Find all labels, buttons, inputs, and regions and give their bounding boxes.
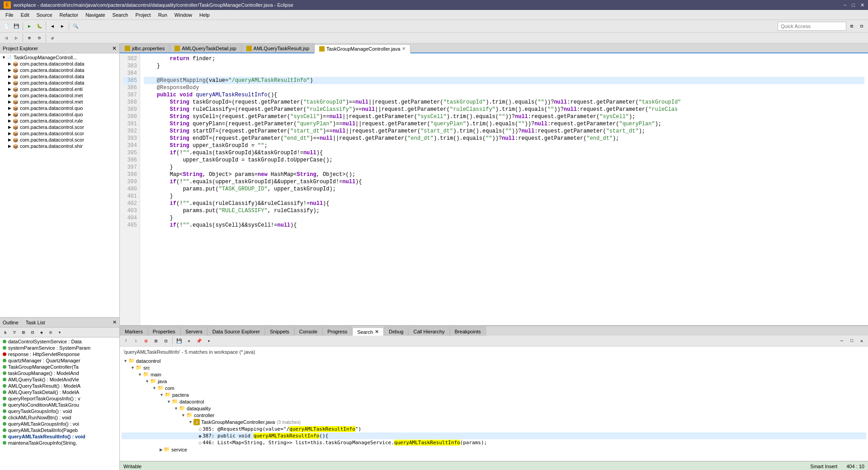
save-button[interactable]: 💾 — [12, 22, 21, 31]
tab-snippets[interactable]: Snippets — [265, 327, 294, 336]
outline-item-14[interactable]: queryAMLTaskDetailInfo(Pageb — [1, 427, 118, 433]
outline-item-3[interactable]: quartzManager : QuartzManager — [1, 357, 118, 364]
search-button[interactable]: 🔍 — [71, 22, 80, 31]
tab-servers[interactable]: Servers — [180, 327, 208, 336]
tab-debug[interactable]: Debug — [384, 327, 408, 336]
run-button[interactable]: ▶ — [25, 22, 34, 31]
search-expand-button[interactable]: ⊞ — [151, 337, 160, 346]
new-button[interactable]: 📄 — [2, 22, 11, 31]
outline-filter[interactable]: ▽ — [10, 328, 19, 337]
tree-pkg-4[interactable]: ▶ 📦 com.pactera.datacontrol.data — [1, 80, 118, 86]
search-results[interactable]: 'queryAMLTaskResultInfo' - 5 matches in … — [120, 347, 868, 461]
outline-item-12[interactable]: clickAMLRunNowBtn() : void — [1, 414, 118, 421]
outline-item-7[interactable]: AMLQueryTaskResult() : ModelA — [1, 383, 118, 389]
search-pin-button[interactable]: 📌 — [194, 337, 203, 346]
tab-data-source[interactable]: Data Source Explorer — [208, 327, 265, 336]
outline-item-6[interactable]: AMLQueryTask() : ModelAndVie — [1, 376, 118, 383]
outline-close[interactable]: ✕ — [113, 319, 117, 325]
menu-run[interactable]: Run — [155, 11, 171, 19]
tree-pkg-8[interactable]: ▶ 📦 com.pactera.datacontrol.quo — [1, 105, 118, 111]
menu-search[interactable]: Search — [109, 11, 132, 19]
tab-call-hierarchy[interactable]: Call Hierarchy — [408, 327, 449, 336]
outline-item-2[interactable]: response : HttpServletResponse — [1, 351, 118, 357]
tree-pkg-5[interactable]: ▶ 📦 com.pactera.datacontrol.enti — [1, 86, 118, 92]
outline-item-0[interactable]: dataControlSystemService : Data — [1, 338, 118, 345]
tree-pkg-9[interactable]: ▶ 📦 com.pactera.datacontrol.quo — [1, 111, 118, 118]
tree-pkg-3[interactable]: ▶ 📦 com.pactera.datacontrol.data — [1, 73, 118, 80]
project-tree[interactable]: ▼ 📄 TaskGroupManageControll... ▶ 📦 com.p… — [0, 53, 119, 317]
menu-file[interactable]: File — [2, 11, 17, 19]
search-tree-com[interactable]: ▼ 📁 com — [122, 385, 866, 391]
tab-console[interactable]: Console — [294, 327, 322, 336]
tab-jdbc[interactable]: jdbc.properties — [120, 43, 170, 52]
tree-pkg-14[interactable]: ▶ 📦 com.pactera.datacontrol.shir — [1, 143, 118, 149]
tab-aml-result[interactable]: AMLQueryTaskResult.jsp — [241, 43, 315, 52]
tab-controller[interactable]: TaskGroupManageController.java ✕ — [314, 44, 410, 53]
search-tree-controller[interactable]: ▼ 📁 controller — [122, 412, 866, 418]
next-edit-button[interactable]: ▷ — [12, 33, 21, 43]
outline-item-16[interactable]: maintenaTaskGroupInfo(String, — [1, 440, 118, 446]
menu-edit[interactable]: Edit — [17, 11, 33, 19]
search-save-button[interactable]: 💾 — [175, 337, 184, 346]
outline-item-8[interactable]: AMLQueryTaskDetail() : ModelA — [1, 389, 118, 395]
min-button[interactable]: — — [837, 337, 846, 346]
outline-expand[interactable]: ⊞ — [19, 328, 28, 337]
tree-pkg-6[interactable]: ▶ 📦 com.pactera.datacontrol.met — [1, 92, 118, 99]
outline-item-1[interactable]: systemParamService : SystemParam — [1, 345, 118, 351]
debug-button[interactable]: 🐛 — [35, 22, 44, 31]
minimize-button[interactable]: − — [844, 2, 846, 8]
close-panel-button[interactable]: ✕ — [857, 337, 866, 346]
project-explorer-close[interactable]: ✕ — [112, 45, 117, 52]
collapse-button[interactable]: ⊖ — [35, 33, 44, 43]
quick-access-input[interactable] — [778, 22, 846, 31]
outline-item-9[interactable]: queryReportTaskGroupsInfo() : v — [1, 395, 118, 402]
search-match-3[interactable]: ◇ 446: List<Map<String, String>> list=th… — [122, 439, 866, 446]
menu-help[interactable]: Help — [196, 11, 213, 19]
tab-search[interactable]: Search ✕ — [352, 328, 384, 337]
search-collapse-button[interactable]: ⊟ — [161, 337, 170, 346]
tree-pkg-12[interactable]: ▶ 📦 com.pactera.datacontrol.scor — [1, 130, 118, 137]
search-tree-dataquality[interactable]: ▼ 📁 dataquality — [122, 405, 866, 412]
menu-source[interactable]: Source — [33, 11, 56, 19]
tab-markers[interactable]: Markers — [120, 327, 148, 336]
outline-item-5[interactable]: taskGroupManage() : ModelAnd — [1, 370, 118, 376]
menu-window[interactable]: Window — [171, 11, 196, 19]
menu-project[interactable]: Project — [132, 11, 154, 19]
tree-pkg-11[interactable]: ▶ 📦 com.pactera.datacontrol.scor — [1, 124, 118, 130]
tab-breakpoints[interactable]: Breakpoints — [450, 327, 486, 336]
sync-button[interactable]: ↺ — [48, 33, 57, 43]
outline-content[interactable]: dataControlSystemService : Data systemPa… — [0, 337, 119, 470]
code-content[interactable]: return finder; } @RequestMapping(value="… — [140, 53, 868, 325]
maximize-button[interactable]: □ — [852, 2, 855, 8]
menu-refactor[interactable]: Refactor — [56, 11, 82, 19]
search-tree-service[interactable]: ▶ 📁 service — [122, 446, 866, 453]
search-tree-datacontrol2[interactable]: ▼ 📁 datacontrol — [122, 398, 866, 405]
outline-item-13[interactable]: queryAMLTaskGroupsInfo() : voi — [1, 421, 118, 427]
search-tree-java[interactable]: ▼ 📁 java — [122, 378, 866, 385]
max-button[interactable]: □ — [847, 337, 856, 346]
view-button[interactable]: ⊟ — [857, 22, 866, 31]
search-options-button[interactable]: ▾ — [204, 337, 213, 346]
outline-item-10[interactable]: queryNoConditionAMLTaskGrou — [1, 402, 118, 408]
tab-aml-detail[interactable]: AMLQueryTaskDetail.jsp — [170, 43, 241, 52]
search-tree-src[interactable]: ▼ 📁 src — [122, 364, 866, 371]
menu-navigate[interactable]: Navigate — [82, 11, 108, 19]
search-remove-button[interactable]: ✕ — [184, 337, 193, 346]
search-match-2[interactable]: ◆ 387: public void queryAMLTaskResultInf… — [122, 432, 866, 439]
toggle-button[interactable]: ⊕ — [25, 33, 34, 43]
outline-hide[interactable]: ◈ — [37, 328, 46, 337]
tree-pkg-1[interactable]: ▶ 📦 com.pactera.datacontrol.data — [1, 61, 118, 67]
outline-options[interactable]: ▾ — [55, 328, 64, 337]
search-next-button[interactable]: ↓ — [132, 337, 141, 346]
tree-pkg-13[interactable]: ▶ 📦 com.pactera.datacontrol.scor — [1, 137, 118, 143]
task-list-tab[interactable]: Task List — [26, 320, 45, 325]
outline-collapse[interactable]: ⊟ — [28, 328, 37, 337]
outline-item-4[interactable]: TaskGroupManageController(Ta — [1, 364, 118, 370]
back-button[interactable]: ◀ — [48, 22, 57, 31]
tab-search-close[interactable]: ✕ — [375, 329, 379, 335]
tree-pkg-2[interactable]: ▶ 📦 com.pactera.datacontrol.data — [1, 67, 118, 73]
search-tree-main[interactable]: ▼ 📁 main — [122, 371, 866, 378]
close-button[interactable]: ✕ — [860, 2, 864, 8]
tab-properties[interactable]: Properties — [148, 327, 180, 336]
outline-sort[interactable]: ⇅ — [1, 328, 10, 337]
